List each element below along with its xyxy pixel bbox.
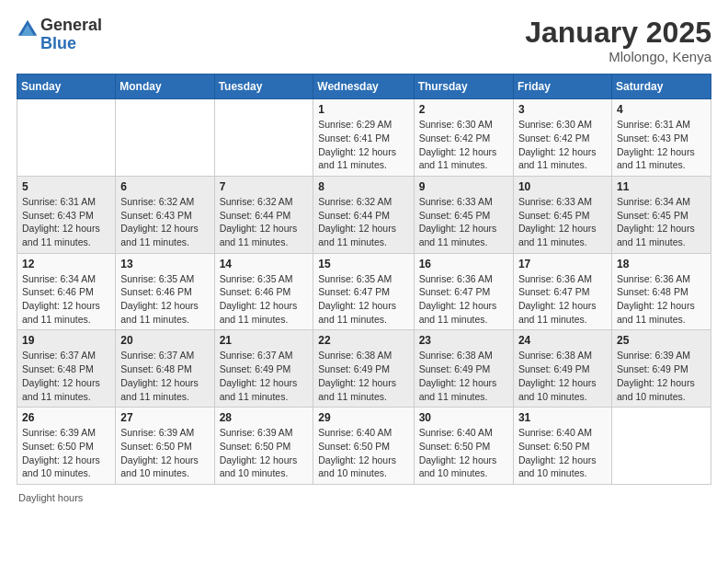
day-info: Sunrise: 6:37 AM Sunset: 6:49 PM Dayligh… <box>220 349 310 403</box>
day-info: Sunrise: 6:40 AM Sunset: 6:50 PM Dayligh… <box>419 426 509 480</box>
calendar-cell: 12Sunrise: 6:34 AM Sunset: 6:46 PM Dayli… <box>17 253 116 330</box>
day-number: 8 <box>318 180 409 193</box>
calendar-cell: 1Sunrise: 6:29 AM Sunset: 6:41 PM Daylig… <box>313 99 414 177</box>
day-number: 13 <box>120 258 210 270</box>
day-info: Sunrise: 6:33 AM Sunset: 6:45 PM Dayligh… <box>419 195 509 249</box>
logo: General Blue <box>17 17 102 53</box>
logo-icon <box>17 18 39 40</box>
calendar-table: Sunday Monday Tuesday Wednesday Thursday… <box>17 74 711 485</box>
day-info: Sunrise: 6:29 AM Sunset: 6:41 PM Dayligh… <box>318 118 409 172</box>
calendar-cell: 8Sunrise: 6:32 AM Sunset: 6:44 PM Daylig… <box>313 176 414 253</box>
day-number: 26 <box>22 411 111 424</box>
logo-general-text: General <box>40 17 102 35</box>
footer: Daylight hours <box>17 492 711 503</box>
day-number: 25 <box>617 334 707 347</box>
calendar-cell: 19Sunrise: 6:37 AM Sunset: 6:48 PM Dayli… <box>17 330 116 408</box>
calendar-cell: 15Sunrise: 6:35 AM Sunset: 6:47 PM Dayli… <box>313 253 414 330</box>
day-number: 12 <box>22 258 111 270</box>
header: General Blue January 2025 Mlolongo, Keny… <box>17 17 711 64</box>
calendar-cell <box>116 99 214 177</box>
day-number: 2 <box>419 103 509 116</box>
calendar-cell: 13Sunrise: 6:35 AM Sunset: 6:46 PM Dayli… <box>116 253 214 330</box>
title-block: January 2025 Mlolongo, Kenya <box>525 17 711 64</box>
day-number: 18 <box>617 258 707 270</box>
day-number: 1 <box>318 103 409 116</box>
calendar-week-row-1: 5Sunrise: 6:31 AM Sunset: 6:43 PM Daylig… <box>17 176 711 253</box>
day-info: Sunrise: 6:36 AM Sunset: 6:47 PM Dayligh… <box>518 272 608 327</box>
day-number: 4 <box>617 103 707 116</box>
day-number: 14 <box>220 258 310 270</box>
calendar-cell: 18Sunrise: 6:36 AM Sunset: 6:48 PM Dayli… <box>612 253 711 330</box>
calendar-cell: 6Sunrise: 6:32 AM Sunset: 6:43 PM Daylig… <box>116 176 214 253</box>
calendar-cell: 11Sunrise: 6:34 AM Sunset: 6:45 PM Dayli… <box>612 176 711 253</box>
day-info: Sunrise: 6:35 AM Sunset: 6:46 PM Dayligh… <box>120 272 210 327</box>
day-number: 16 <box>419 258 509 270</box>
day-info: Sunrise: 6:34 AM Sunset: 6:45 PM Dayligh… <box>617 195 707 249</box>
day-info: Sunrise: 6:32 AM Sunset: 6:44 PM Dayligh… <box>220 195 310 249</box>
header-tuesday: Tuesday <box>214 75 313 99</box>
daylight-hours-label: Daylight hours <box>18 492 83 503</box>
day-number: 24 <box>518 334 608 347</box>
day-number: 10 <box>518 180 608 193</box>
day-number: 7 <box>220 180 310 193</box>
calendar-cell <box>214 99 313 177</box>
calendar-week-row-3: 19Sunrise: 6:37 AM Sunset: 6:48 PM Dayli… <box>17 330 711 408</box>
day-number: 15 <box>318 258 409 270</box>
page: General Blue January 2025 Mlolongo, Keny… <box>0 0 728 563</box>
day-number: 5 <box>22 180 111 193</box>
day-number: 31 <box>518 411 608 424</box>
day-number: 3 <box>518 103 608 116</box>
day-info: Sunrise: 6:38 AM Sunset: 6:49 PM Dayligh… <box>518 349 608 403</box>
day-info: Sunrise: 6:36 AM Sunset: 6:48 PM Dayligh… <box>617 272 707 327</box>
calendar-week-row-0: 1Sunrise: 6:29 AM Sunset: 6:41 PM Daylig… <box>17 99 711 177</box>
calendar-cell: 24Sunrise: 6:38 AM Sunset: 6:49 PM Dayli… <box>513 330 611 408</box>
calendar-cell: 2Sunrise: 6:30 AM Sunset: 6:42 PM Daylig… <box>414 99 513 177</box>
day-number: 9 <box>419 180 509 193</box>
day-info: Sunrise: 6:39 AM Sunset: 6:50 PM Dayligh… <box>220 426 310 480</box>
calendar-cell: 26Sunrise: 6:39 AM Sunset: 6:50 PM Dayli… <box>17 408 116 485</box>
calendar-cell: 27Sunrise: 6:39 AM Sunset: 6:50 PM Dayli… <box>116 408 214 485</box>
calendar-header-row: Sunday Monday Tuesday Wednesday Thursday… <box>17 75 711 99</box>
day-info: Sunrise: 6:39 AM Sunset: 6:50 PM Dayligh… <box>120 426 210 480</box>
day-info: Sunrise: 6:31 AM Sunset: 6:43 PM Dayligh… <box>617 118 707 172</box>
calendar-week-row-2: 12Sunrise: 6:34 AM Sunset: 6:46 PM Dayli… <box>17 253 711 330</box>
day-number: 22 <box>318 334 409 347</box>
day-number: 17 <box>518 258 608 270</box>
calendar-cell: 21Sunrise: 6:37 AM Sunset: 6:49 PM Dayli… <box>214 330 313 408</box>
day-info: Sunrise: 6:38 AM Sunset: 6:49 PM Dayligh… <box>419 349 509 403</box>
calendar-cell: 3Sunrise: 6:30 AM Sunset: 6:42 PM Daylig… <box>513 99 611 177</box>
calendar-cell: 7Sunrise: 6:32 AM Sunset: 6:44 PM Daylig… <box>214 176 313 253</box>
header-thursday: Thursday <box>414 75 513 99</box>
calendar-cell <box>612 408 711 485</box>
day-info: Sunrise: 6:40 AM Sunset: 6:50 PM Dayligh… <box>318 426 409 480</box>
day-number: 29 <box>318 411 409 424</box>
calendar-cell: 31Sunrise: 6:40 AM Sunset: 6:50 PM Dayli… <box>513 408 611 485</box>
day-info: Sunrise: 6:35 AM Sunset: 6:47 PM Dayligh… <box>318 272 409 327</box>
day-info: Sunrise: 6:35 AM Sunset: 6:46 PM Dayligh… <box>220 272 310 327</box>
title-location: Mlolongo, Kenya <box>525 49 711 64</box>
day-number: 27 <box>120 411 210 424</box>
calendar-cell: 4Sunrise: 6:31 AM Sunset: 6:43 PM Daylig… <box>612 99 711 177</box>
day-number: 21 <box>220 334 310 347</box>
title-month: January 2025 <box>525 17 711 49</box>
calendar-cell: 5Sunrise: 6:31 AM Sunset: 6:43 PM Daylig… <box>17 176 116 253</box>
calendar-cell: 14Sunrise: 6:35 AM Sunset: 6:46 PM Dayli… <box>214 253 313 330</box>
day-info: Sunrise: 6:32 AM Sunset: 6:44 PM Dayligh… <box>318 195 409 249</box>
day-info: Sunrise: 6:30 AM Sunset: 6:42 PM Dayligh… <box>419 118 509 172</box>
calendar-cell: 22Sunrise: 6:38 AM Sunset: 6:49 PM Dayli… <box>313 330 414 408</box>
calendar-week-row-4: 26Sunrise: 6:39 AM Sunset: 6:50 PM Dayli… <box>17 408 711 485</box>
calendar-cell: 17Sunrise: 6:36 AM Sunset: 6:47 PM Dayli… <box>513 253 611 330</box>
day-info: Sunrise: 6:38 AM Sunset: 6:49 PM Dayligh… <box>318 349 409 403</box>
day-info: Sunrise: 6:39 AM Sunset: 6:49 PM Dayligh… <box>617 349 707 403</box>
day-info: Sunrise: 6:37 AM Sunset: 6:48 PM Dayligh… <box>22 349 111 403</box>
day-number: 30 <box>419 411 509 424</box>
day-number: 28 <box>220 411 310 424</box>
calendar-cell: 28Sunrise: 6:39 AM Sunset: 6:50 PM Dayli… <box>214 408 313 485</box>
calendar-cell: 30Sunrise: 6:40 AM Sunset: 6:50 PM Dayli… <box>414 408 513 485</box>
logo-text: General Blue <box>40 17 102 53</box>
day-number: 19 <box>22 334 111 347</box>
calendar-cell: 9Sunrise: 6:33 AM Sunset: 6:45 PM Daylig… <box>414 176 513 253</box>
day-info: Sunrise: 6:36 AM Sunset: 6:47 PM Dayligh… <box>419 272 509 327</box>
logo-blue-text: Blue <box>40 35 102 53</box>
calendar-cell: 10Sunrise: 6:33 AM Sunset: 6:45 PM Dayli… <box>513 176 611 253</box>
